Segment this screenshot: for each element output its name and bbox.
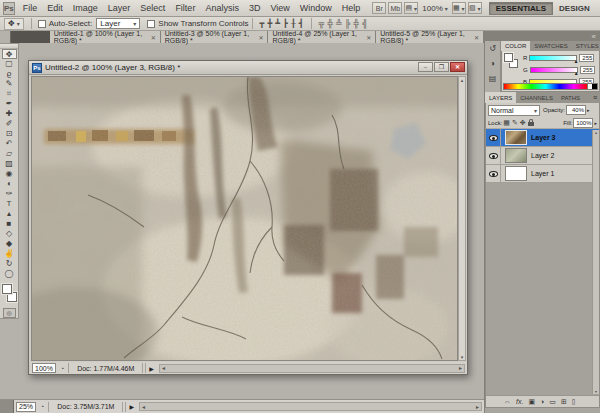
slider-knob-icon[interactable]: ▲: [574, 70, 579, 76]
layer-style-button[interactable]: fx.: [516, 397, 523, 407]
opacity-arrow-icon[interactable]: ▸: [587, 107, 590, 113]
scroll-down-icon[interactable]: ▾: [595, 389, 597, 394]
delete-layer-button[interactable]: ▯: [572, 397, 576, 407]
launch-bridge-icon[interactable]: Br: [372, 2, 386, 14]
visibility-toggle[interactable]: [486, 165, 501, 182]
tab-channels[interactable]: CHANNELS: [516, 92, 557, 103]
menu-image[interactable]: Image: [68, 1, 103, 16]
align-bottom-icon[interactable]: ┻: [275, 19, 280, 28]
history-brush-tool[interactable]: ↶: [2, 139, 17, 149]
pen-tool[interactable]: ✑: [2, 189, 17, 199]
layer-row-layer-3[interactable]: Layer 3: [486, 129, 599, 147]
blend-mode-dropdown[interactable]: Normal▾: [488, 105, 540, 116]
lock-position-icon[interactable]: ✥: [520, 119, 526, 127]
spectrum-ramp[interactable]: [504, 84, 587, 89]
clone-stamp-tool[interactable]: ⊡: [2, 129, 17, 139]
current-tool-icon[interactable]: ✥▾: [4, 18, 24, 30]
tab-close-icon[interactable]: ✕: [151, 34, 156, 41]
workspace-design[interactable]: DESIGN: [553, 3, 596, 14]
crop-tool[interactable]: ⌗: [2, 89, 17, 99]
rectangle-tool[interactable]: ■: [2, 219, 17, 229]
lock-transparent-pixels-icon[interactable]: ▦: [503, 119, 510, 127]
workspace-painting[interactable]: PAINTING: [596, 3, 600, 14]
screen-mode-icon[interactable]: ▧▾: [468, 2, 482, 14]
view-extras-icon[interactable]: ▤▾: [404, 2, 418, 14]
add-layer-mask-button[interactable]: ▣: [528, 397, 535, 407]
eyedropper-tool[interactable]: ✒: [2, 99, 17, 109]
auto-select-dropdown[interactable]: Layer▾: [96, 18, 140, 29]
visibility-toggle[interactable]: [486, 129, 501, 146]
tab-color[interactable]: COLOR: [501, 41, 530, 51]
tab-untitled-4[interactable]: Untitled-4 @ 25% (Layer 1, RGB/8) *✕: [268, 31, 376, 43]
menu-edit[interactable]: Edit: [42, 1, 68, 16]
quick-selection-tool[interactable]: ✎: [2, 79, 17, 89]
layer-row-layer-2[interactable]: Layer 2: [486, 147, 599, 165]
layers-scrollbar[interactable]: ▴ ▾: [592, 130, 599, 394]
doc-zoom-field[interactable]: 100%: [32, 363, 56, 373]
tab-close-icon[interactable]: ✕: [474, 34, 479, 41]
layer-thumbnail[interactable]: [505, 148, 527, 163]
red-slider[interactable]: ▲: [529, 55, 577, 61]
doc-restore-button[interactable]: ❐: [434, 62, 449, 72]
quick-mask-button[interactable]: ◎: [3, 308, 16, 318]
distribute-right-icon[interactable]: ╣: [362, 19, 368, 28]
layer-thumbnail[interactable]: [505, 166, 527, 181]
gradient-tool[interactable]: ▨: [2, 159, 17, 169]
panel-menu-icon[interactable]: ≡: [590, 92, 600, 103]
scroll-up-icon[interactable]: ▴: [595, 130, 597, 135]
tab-styles[interactable]: STYLES: [572, 41, 600, 51]
workspace-essentials[interactable]: ESSENTIALS: [489, 2, 553, 15]
scroll-left-icon[interactable]: ◄: [141, 404, 146, 410]
canvas-horizontal-scrollbar[interactable]: ◄ ►: [159, 364, 465, 373]
menu-filter[interactable]: Filter: [170, 1, 200, 16]
menu-3d[interactable]: 3D: [244, 1, 266, 16]
lock-all-icon[interactable]: [528, 122, 534, 126]
rectangular-marquee-tool[interactable]: ▢: [2, 59, 17, 69]
brush-tool[interactable]: ✐: [2, 119, 17, 129]
dodge-tool[interactable]: ◖: [2, 179, 17, 189]
lock-image-pixels-icon[interactable]: ✎: [512, 119, 518, 127]
collapse-to-icons-button[interactable]: «: [592, 32, 596, 41]
path-selection-tool[interactable]: ▴: [2, 209, 17, 219]
align-horizontal-center-icon[interactable]: ╂: [291, 19, 296, 28]
menu-window[interactable]: Window: [295, 1, 337, 16]
scroll-right-icon[interactable]: ►: [475, 404, 480, 410]
scroll-right-icon[interactable]: ►: [458, 365, 463, 371]
rotate-view-tool[interactable]: ↻: [2, 259, 17, 269]
spot-healing-brush-tool[interactable]: ✚: [2, 109, 17, 119]
history-panel-icon[interactable]: ↺: [487, 43, 499, 55]
zoom-level-control[interactable]: 100%▾: [422, 4, 447, 13]
masks-panel-icon[interactable]: ▤: [487, 73, 499, 85]
scroll-left-icon[interactable]: ◄: [161, 365, 166, 371]
doc-close-button[interactable]: ✕: [450, 62, 465, 72]
tab-layers[interactable]: LAYERS: [485, 92, 516, 103]
adjustment-layer-button[interactable]: ◑: [540, 397, 544, 407]
hand-tool[interactable]: ✌: [2, 249, 17, 259]
blur-tool[interactable]: ◉: [2, 169, 17, 179]
distribute-vertical-center-icon[interactable]: ╬: [327, 19, 333, 28]
foreground-color-swatch[interactable]: [2, 284, 12, 294]
tab-untitled-3[interactable]: Untitled-3 @ 50% (Layer 1, RGB/8) *✕: [161, 31, 269, 43]
canvas[interactable]: [31, 76, 458, 361]
scroll-up-icon[interactable]: ▴: [461, 77, 464, 83]
align-right-icon[interactable]: ┫: [299, 19, 304, 28]
app-horizontal-scrollbar[interactable]: ◄ ►: [139, 402, 482, 411]
layer-thumbnail[interactable]: [505, 130, 527, 145]
canvas-vertical-scrollbar[interactable]: ▴ ▾: [458, 76, 466, 361]
launch-mini-bridge-icon[interactable]: Mb: [388, 2, 402, 14]
visibility-toggle[interactable]: [486, 147, 501, 164]
menu-view[interactable]: View: [265, 1, 294, 16]
fill-arrow-icon[interactable]: ▸: [594, 120, 597, 126]
fill-field[interactable]: 100%: [573, 118, 593, 128]
tab-untitled-5[interactable]: Untitled-5 @ 25% (Layer 1, RGB/8) *✕: [376, 31, 484, 43]
menu-select[interactable]: Select: [135, 1, 170, 16]
distribute-top-icon[interactable]: ╦: [319, 19, 325, 28]
distribute-left-icon[interactable]: ╠: [345, 19, 351, 28]
auto-select-checkbox[interactable]: [38, 20, 46, 28]
move-tool[interactable]: ✥: [2, 49, 17, 59]
status-menu-arrow-icon[interactable]: ▶: [145, 363, 157, 373]
lasso-tool[interactable]: ϱ: [2, 69, 17, 79]
menu-layer[interactable]: Layer: [103, 1, 136, 16]
layer-name[interactable]: Layer 3: [531, 134, 556, 141]
new-layer-button[interactable]: ⊞: [561, 397, 567, 407]
